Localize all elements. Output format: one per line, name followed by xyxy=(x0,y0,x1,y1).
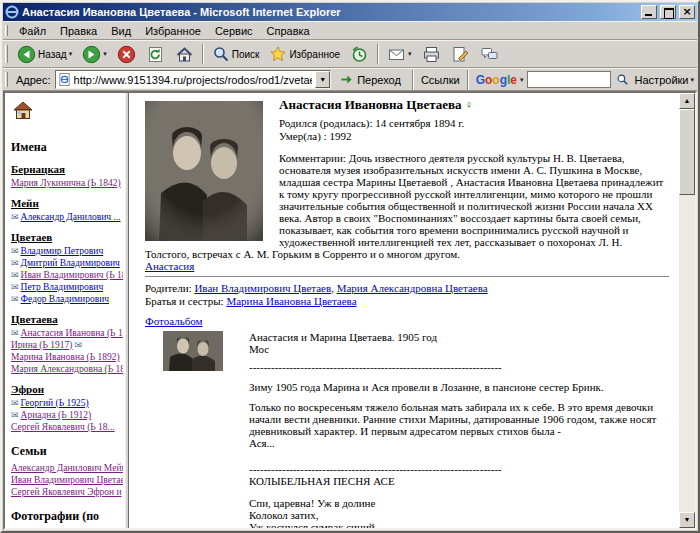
forward-button[interactable]: ▾ xyxy=(77,42,112,66)
address-dropdown-button[interactable]: ▼ xyxy=(315,71,330,88)
parents-label: Родители: xyxy=(145,282,192,294)
menu-item[interactable]: Избранное xyxy=(138,23,208,39)
google-search-input[interactable] xyxy=(527,71,611,88)
sidebar-link[interactable]: Дмитрий Владимирович xyxy=(21,258,120,268)
settings-dropdown-icon: ▾ xyxy=(690,76,694,84)
toolbar-gripper[interactable] xyxy=(5,45,8,63)
history-button[interactable] xyxy=(345,42,374,66)
maximize-button[interactable] xyxy=(660,5,676,19)
addressbar-gripper[interactable] xyxy=(5,72,8,87)
sidebar-link[interactable]: Петр Владимирович xyxy=(21,282,104,292)
sidebar-link[interactable]: Ирина (Ь 1917) xyxy=(11,340,73,350)
menu-item[interactable]: Вид xyxy=(104,23,138,39)
go-button[interactable]: Переход xyxy=(335,68,405,92)
scroll-up-button[interactable]: ▲ xyxy=(679,93,695,109)
person-link[interactable]: Марина Ивановна Цветаева xyxy=(226,295,356,307)
sidebar-heading: Имена xyxy=(11,140,123,155)
title-bar[interactable]: Анастасия Ивановна Цветаева - Microsoft … xyxy=(3,3,697,21)
mail-button[interactable]: ▾ xyxy=(382,42,417,66)
back-label: Назад xyxy=(38,49,67,60)
album-paragraph-2-tail: Ася... xyxy=(249,437,669,449)
person-link[interactable]: Мария Александровна Цветаева xyxy=(337,282,488,294)
photoalbum-link[interactable]: Фотоальбом xyxy=(145,315,203,327)
search-label: Поиск xyxy=(232,49,260,60)
google-search-button[interactable] xyxy=(614,72,631,87)
sidebar-link-row: Сергей Яковлевич (Ь 18... xyxy=(11,421,123,433)
discuss-icon xyxy=(480,45,499,64)
album-thumbnail[interactable] xyxy=(163,331,223,371)
discuss-button[interactable] xyxy=(475,42,504,66)
favorites-button[interactable]: Избранное xyxy=(264,42,345,66)
sidebar-link-row: ✉Анастасия Ивановна (Ь 189 xyxy=(11,327,123,339)
home-icon xyxy=(175,45,194,64)
sidebar-link[interactable]: Александр Данилович ... xyxy=(21,212,121,222)
google-settings-button[interactable]: Настройки ▾ xyxy=(635,74,694,86)
google-logo-letter: e xyxy=(510,73,517,87)
mail-icon: ✉ xyxy=(11,270,19,280)
siblings-links: Марина Ивановна Цветаева xyxy=(226,295,356,307)
sidebar-link[interactable]: Иван Владимирович (Ь 18 xyxy=(21,270,123,280)
refresh-button[interactable] xyxy=(141,42,170,66)
mail-icon: ✉ xyxy=(11,398,19,408)
menu-item[interactable]: Правка xyxy=(53,23,104,39)
sidebar-link[interactable]: Иван Владимирович Цветае xyxy=(11,475,123,485)
back-button[interactable]: Назад ▾ xyxy=(12,42,77,66)
sidebar-link[interactable]: Сергей Яковлевич (Ь 18... xyxy=(11,422,115,432)
window-title: Анастасия Ивановна Цветаева - Microsoft … xyxy=(22,6,638,18)
menu-item[interactable]: Справка xyxy=(260,23,317,39)
album-paragraph-1: Зиму 1905 года Марина и Ася провели в Ло… xyxy=(249,381,669,393)
edit-button[interactable] xyxy=(446,42,475,66)
female-icon: ♀ xyxy=(465,98,474,112)
sidebar-link[interactable]: Георгий (Ь 1925) xyxy=(21,398,89,408)
links-label[interactable]: Ссылки xyxy=(421,74,460,86)
sidebar-link-row: Сергей Яковлевич Эфрон и xyxy=(11,486,123,498)
close-button[interactable]: × xyxy=(679,5,695,19)
person-photo xyxy=(145,101,263,241)
google-dropdown-icon[interactable]: ▾ xyxy=(520,76,524,84)
vertical-scrollbar[interactable]: ▲ ▼ xyxy=(679,93,695,528)
minimize-button[interactable] xyxy=(641,5,657,19)
print-button[interactable] xyxy=(417,42,446,66)
sidebar-link[interactable]: Марина Ивановна (Ь 1892) xyxy=(11,352,120,362)
poem-line: Уж коснулся сумрак синий xyxy=(249,521,669,528)
sidebar-link[interactable]: Ариадна (Ь 1912) xyxy=(21,410,92,420)
scrollbar-track[interactable] xyxy=(679,109,695,512)
sidebar-link-row: Мария Александровна (Ь 184 xyxy=(11,363,123,375)
address-url: http://www.9151394.ru/projects/rodos/rod… xyxy=(74,74,313,86)
mail-icon xyxy=(387,45,406,64)
mail-icon: ✉ xyxy=(11,294,19,304)
sidebar-link[interactable]: Мария Лукинична (Ь 1842) xyxy=(11,178,121,188)
history-clock-icon xyxy=(350,45,369,64)
sidebar-link[interactable]: Анастасия Ивановна (Ь 189 xyxy=(21,328,123,338)
stop-button[interactable] xyxy=(112,42,141,66)
menu-item[interactable]: Файл xyxy=(12,23,53,39)
sidebar-link[interactable]: Федор Владимирович xyxy=(21,294,109,304)
mail-icon: ✉ xyxy=(11,258,19,268)
album-caption-line-1: Анастасия и Марина Цветаева. 1905 год xyxy=(249,331,669,343)
separator-dashes: ----------------------------------------… xyxy=(249,361,669,373)
anchor-link[interactable]: Анастасия xyxy=(145,260,194,272)
sidebar-link-row: Александр Данилович Мейн xyxy=(11,462,123,474)
address-input[interactable]: http://www.9151394.ru/projects/rodos/rod… xyxy=(55,70,332,89)
sidebar-link[interactable]: Владимир Петрович xyxy=(21,246,104,256)
search-icon xyxy=(212,45,230,63)
ie-logo-icon xyxy=(5,5,19,19)
navigation-frame: ИменаБернацкаяМария Лукинична (Ь 1842)Ме… xyxy=(5,93,125,528)
sidebar-link[interactable]: Сергей Яковлевич Эфрон и xyxy=(11,487,122,497)
scrollbar-thumb[interactable] xyxy=(679,109,695,195)
poem-title: КОЛЫБЕЛЬНАЯ ПЕСНЯ АСЕ xyxy=(249,475,669,487)
home-button[interactable] xyxy=(170,42,199,66)
person-link[interactable]: Иван Владимирович Цветаев xyxy=(194,282,331,294)
parents-line: Родители: Иван Владимирович Цветаев, Мар… xyxy=(145,282,669,294)
search-button[interactable]: Поиск xyxy=(207,42,265,66)
scroll-down-button[interactable]: ▼ xyxy=(679,512,695,528)
sidebar-link[interactable]: Александр Данилович Мейн xyxy=(11,463,123,473)
menu-item[interactable]: Сервис xyxy=(208,23,260,39)
sidebar-link-row: ✉Федор Владимирович xyxy=(11,293,123,305)
home-link[interactable] xyxy=(12,100,123,124)
album-paragraph-2: Только по воскресеньям тяжело больная ма… xyxy=(249,401,669,437)
sidebar-link-row: Мария Лукинична (Ь 1842) xyxy=(11,177,123,189)
menubar-gripper[interactable] xyxy=(5,25,8,37)
sidebar-link[interactable]: Мария Александровна (Ь 184 xyxy=(11,364,123,374)
favorites-star-icon xyxy=(269,45,287,63)
